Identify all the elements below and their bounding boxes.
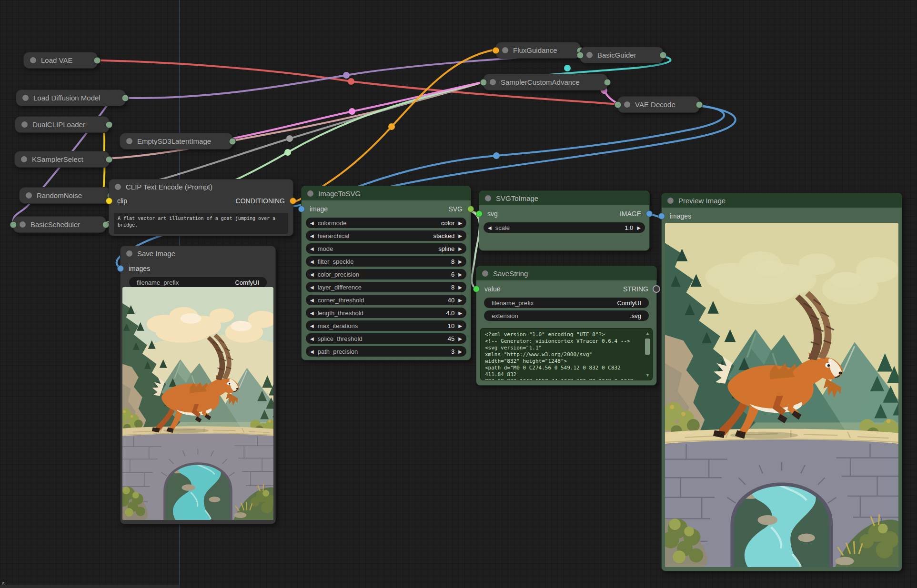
increment-arrow-icon[interactable]: ▶	[458, 259, 462, 264]
decrement-arrow-icon[interactable]: ◀	[310, 220, 314, 226]
collapse-dot-icon[interactable]	[502, 47, 508, 53]
mode-widget[interactable]: ◀ mode spline ▶	[306, 243, 466, 254]
output-slot[interactable]	[106, 156, 113, 163]
increment-arrow-icon[interactable]: ▶	[637, 225, 641, 230]
collapse-dot-icon[interactable]	[490, 79, 496, 85]
decrement-arrow-icon[interactable]: ◀	[310, 310, 314, 316]
input-slot[interactable]	[493, 47, 500, 54]
output-slot[interactable]	[94, 57, 101, 64]
decrement-arrow-icon[interactable]: ◀	[310, 336, 314, 341]
input-slot[interactable]	[577, 51, 584, 59]
value-input-slot[interactable]	[473, 286, 480, 292]
clip-input-slot[interactable]	[106, 198, 112, 204]
increment-arrow-icon[interactable]: ▶	[458, 285, 462, 290]
color-precision-widget[interactable]: ◀ color_precision 6 ▶	[306, 269, 466, 279]
node-preview-image[interactable]: Preview Image images	[661, 193, 902, 571]
node-image-to-svg[interactable]: ImageToSVG image SVG ◀ colormode color ▶…	[301, 186, 471, 360]
collapse-dot-icon[interactable]	[21, 156, 27, 162]
input-slot[interactable]	[10, 221, 17, 228]
collapse-dot-icon[interactable]	[22, 95, 29, 101]
decrement-arrow-icon[interactable]: ◀	[310, 349, 314, 354]
node-load-diffusion-model[interactable]: Load Diffusion Model	[16, 90, 126, 106]
filter-speckle-widget[interactable]: ◀ filter_speckle 8 ▶	[306, 256, 466, 267]
collapse-dot-icon[interactable]	[126, 250, 132, 257]
node-save-string[interactable]: SaveString value STRING filename_prefix …	[476, 266, 657, 386]
collapse-dot-icon[interactable]	[482, 270, 488, 277]
image-input-slot[interactable]	[298, 206, 305, 212]
string-output-slot[interactable]	[653, 285, 660, 293]
collapse-dot-icon[interactable]	[586, 52, 593, 58]
node-header[interactable]: SVGToImage	[479, 191, 649, 205]
decrement-arrow-icon[interactable]: ◀	[310, 233, 314, 239]
increment-arrow-icon[interactable]: ▶	[458, 220, 462, 226]
svg-output-slot[interactable]	[467, 206, 474, 212]
node-svg-to-image[interactable]: SVGToImage svg IMAGE ◀ scale 1.0 ▶	[479, 190, 650, 251]
increment-arrow-icon[interactable]: ▶	[458, 233, 462, 239]
path-precision-widget[interactable]: ◀ path_precision 3 ▶	[306, 346, 466, 357]
scroll-down-icon[interactable]: ▼	[644, 373, 651, 378]
decrement-arrow-icon[interactable]: ◀	[310, 285, 314, 290]
increment-arrow-icon[interactable]: ▶	[458, 349, 462, 354]
increment-arrow-icon[interactable]: ▶	[458, 246, 462, 251]
corner-threshold-widget[interactable]: ◀ corner_threshold 40 ▶	[306, 295, 466, 305]
scrollbar-thumb[interactable]	[645, 339, 650, 355]
collapse-dot-icon[interactable]	[624, 101, 630, 108]
image-output-slot[interactable]	[646, 210, 653, 217]
node-header[interactable]: SaveString	[476, 266, 656, 280]
scroll-up-icon[interactable]: ▲	[644, 331, 651, 336]
node-ksampler-select[interactable]: KSamplerSelect	[14, 151, 110, 168]
increment-arrow-icon[interactable]: ▶	[458, 323, 462, 329]
splice-threshold-widget[interactable]: ◀ splice_threshold 45 ▶	[306, 333, 466, 344]
node-basic-scheduler[interactable]: BasicScheduler	[13, 216, 106, 233]
svg-input-slot[interactable]	[476, 210, 483, 217]
output-slot[interactable]	[696, 101, 703, 108]
length-threshold-widget[interactable]: ◀ length_threshold 4.0 ▶	[306, 308, 466, 318]
decrement-arrow-icon[interactable]: ◀	[310, 323, 314, 329]
input-slot[interactable]	[480, 79, 487, 86]
collapse-dot-icon[interactable]	[485, 195, 491, 201]
node-empty-sd3-latent-image[interactable]: EmptySD3LatentImage	[120, 133, 233, 149]
images-input-slot[interactable]	[658, 213, 665, 219]
input-slot[interactable]	[615, 101, 622, 108]
collapse-dot-icon[interactable]	[30, 57, 36, 63]
decrement-arrow-icon[interactable]: ◀	[310, 272, 314, 277]
node-sampler-custom-advance[interactable]: SamplerCustomAdvance	[483, 74, 608, 90]
increment-arrow-icon[interactable]: ▶	[458, 336, 462, 341]
collapse-dot-icon[interactable]	[20, 221, 26, 228]
decrement-arrow-icon[interactable]: ◀	[310, 298, 314, 303]
increment-arrow-icon[interactable]: ▶	[458, 272, 462, 277]
node-clip-text-encode[interactable]: CLIP Text Encode (Prompt) clip CONDITION…	[109, 179, 293, 236]
node-vae-decode[interactable]: VAE Decode	[617, 96, 700, 113]
collapse-dot-icon[interactable]	[126, 138, 132, 144]
node-save-image[interactable]: Save Image images filename_prefix ComfyU…	[120, 246, 276, 524]
output-slot[interactable]	[660, 51, 667, 59]
max-iterations-widget[interactable]: ◀ max_iterations 10 ▶	[306, 320, 466, 331]
decrement-arrow-icon[interactable]: ◀	[310, 246, 314, 251]
node-basic-guider[interactable]: BasicGuider	[580, 47, 664, 63]
node-dual-clip-loader[interactable]: DualCLIPLoader	[15, 116, 110, 133]
node-load-vae[interactable]: Load VAE	[23, 52, 98, 69]
collapse-dot-icon[interactable]	[26, 192, 32, 199]
increment-arrow-icon[interactable]: ▶	[458, 310, 462, 316]
output-slot[interactable]	[229, 138, 236, 145]
filename-prefix-widget[interactable]: filename_prefix ComfyUI	[484, 298, 649, 308]
collapse-dot-icon[interactable]	[115, 184, 121, 190]
node-header[interactable]: CLIP Text Encode (Prompt)	[109, 179, 293, 194]
collapse-dot-icon[interactable]	[21, 121, 28, 128]
collapse-dot-icon[interactable]	[307, 190, 313, 197]
node-header[interactable]: Save Image	[121, 246, 275, 260]
layer-difference-widget[interactable]: ◀ layer_difference 8 ▶	[306, 282, 466, 292]
decrement-arrow-icon[interactable]: ◀	[310, 259, 314, 264]
conditioning-output-slot[interactable]	[290, 198, 296, 204]
hierarchical-widget[interactable]: ◀ hierarchical stacked ▶	[306, 230, 466, 241]
node-header[interactable]: ImageToSVG	[302, 186, 471, 200]
output-slot[interactable]	[604, 79, 611, 86]
filename-prefix-widget[interactable]: filename_prefix ComfyUI	[129, 277, 267, 288]
increment-arrow-icon[interactable]: ▶	[458, 298, 462, 303]
textarea-scrollbar[interactable]: ▲ ▼	[644, 331, 651, 378]
output-slot[interactable]	[122, 94, 129, 101]
node-header[interactable]: Preview Image	[662, 193, 902, 208]
output-slot[interactable]	[106, 121, 113, 128]
scale-widget[interactable]: ◀ scale 1.0 ▶	[484, 222, 645, 233]
svg-text-output-field[interactable]: <?xml version="1.0" encoding="UTF-8"?> <…	[480, 328, 653, 380]
